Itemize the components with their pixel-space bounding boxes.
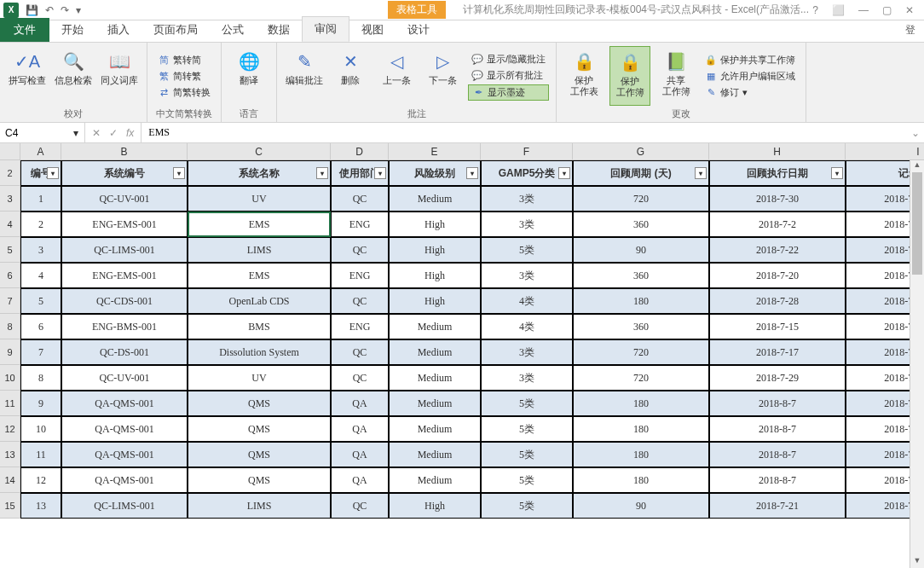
cell[interactable]: 5类	[481, 467, 573, 493]
cell[interactable]: QC	[331, 365, 389, 391]
cell[interactable]: QC	[331, 339, 389, 365]
thesaurus-button[interactable]: 📖同义词库	[99, 46, 140, 106]
filter-dropdown-icon[interactable]: ▾	[558, 167, 570, 179]
context-tab-table-tools[interactable]: 表格工具	[388, 1, 446, 19]
cell[interactable]: 360	[573, 212, 709, 237]
filter-dropdown-icon[interactable]: ▾	[466, 167, 478, 179]
research-button[interactable]: 🔍信息检索	[53, 46, 94, 106]
cell[interactable]: 720	[573, 339, 709, 365]
cell[interactable]: QC	[331, 186, 389, 212]
tab-insert[interactable]: 插入	[95, 18, 141, 42]
qat-dropdown-icon[interactable]: ▾	[76, 4, 81, 16]
cell[interactable]: 8	[20, 365, 61, 391]
protect-sheet-button[interactable]: 🔒保护 工作表	[563, 46, 604, 106]
cell[interactable]: 2018-7-21	[709, 493, 846, 519]
cell[interactable]: Medium	[389, 467, 481, 493]
cell[interactable]: Medium	[389, 442, 481, 467]
row-header[interactable]: 14	[0, 467, 20, 493]
track-changes-button[interactable]: ✎修订 ▾	[702, 85, 799, 100]
cell[interactable]: ENG-BMS-001	[61, 314, 188, 339]
table-header-cell[interactable]: 系统名称▾	[188, 160, 331, 186]
cell[interactable]: 3类	[481, 263, 573, 288]
cell[interactable]: 1	[20, 186, 61, 212]
cell[interactable]: LIMS	[188, 237, 331, 263]
cell[interactable]: ENG	[331, 314, 389, 339]
row-header[interactable]: 9	[0, 339, 20, 365]
cell[interactable]: QC	[331, 237, 389, 263]
row-header[interactable]: 7	[0, 288, 20, 314]
column-header[interactable]: C	[188, 143, 331, 160]
cell[interactable]: 2018-8-7	[709, 442, 846, 467]
cell[interactable]: 5类	[481, 416, 573, 442]
filter-dropdown-icon[interactable]: ▾	[695, 167, 707, 179]
cell[interactable]: LIMS	[188, 493, 331, 519]
share-workbook-button[interactable]: 📗共享 工作簿	[655, 46, 696, 106]
cell[interactable]: Medium	[389, 186, 481, 212]
showhide-comment-button[interactable]: 💬显示/隐藏批注	[468, 52, 549, 67]
cell[interactable]: QC-LIMS-001	[61, 493, 188, 519]
cell[interactable]: 3类	[481, 365, 573, 391]
scroll-thumb[interactable]	[912, 172, 922, 275]
cell[interactable]: QA	[331, 416, 389, 442]
tab-view[interactable]: 视图	[349, 18, 396, 42]
column-header[interactable]: I	[846, 143, 924, 160]
cell[interactable]: 2018-7-22	[709, 237, 846, 263]
spreadsheet-grid[interactable]: ABCDEFGHI2编号▾系统编号▾系统名称▾使用部门▾风险级别▾GAMP5分类…	[0, 143, 924, 568]
row-header[interactable]: 15	[0, 493, 20, 519]
cell[interactable]: BMS	[188, 314, 331, 339]
filter-dropdown-icon[interactable]: ▾	[831, 167, 843, 179]
table-header-cell[interactable]: 风险级别▾	[389, 160, 481, 186]
cell[interactable]: 360	[573, 263, 709, 288]
cell[interactable]: QMS	[188, 467, 331, 493]
show-ink-button[interactable]: ✒显示墨迹	[468, 84, 549, 101]
cell[interactable]: 2018-7-15	[709, 314, 846, 339]
tab-layout[interactable]: 页面布局	[141, 18, 210, 42]
cell[interactable]: QC-CDS-001	[61, 288, 188, 314]
cell[interactable]: QC	[331, 493, 389, 519]
cell[interactable]: Dissolution System	[188, 339, 331, 365]
help-icon[interactable]: ?	[812, 4, 818, 16]
cell[interactable]: 2018-7-17	[709, 339, 846, 365]
table-header-cell[interactable]: 回顾周期 (天)▾	[573, 160, 709, 186]
cell[interactable]: 90	[573, 493, 709, 519]
column-header[interactable]: A	[20, 143, 61, 160]
convert-button[interactable]: ⇄简繁转换	[154, 85, 214, 100]
protect-share-button[interactable]: 🔒保护并共享工作簿	[702, 53, 799, 67]
cell[interactable]: Medium	[389, 365, 481, 391]
cell[interactable]: 2018-7-2	[709, 212, 846, 237]
cell[interactable]: 2018-7-20	[709, 263, 846, 288]
cell[interactable]: Medium	[389, 314, 481, 339]
scroll-down-icon[interactable]: ▼	[910, 556, 924, 568]
cell[interactable]: 2018-8-7	[709, 391, 846, 416]
name-box-input[interactable]	[5, 127, 73, 139]
tc2sc-button[interactable]: 繁简转繁	[154, 69, 214, 84]
cell[interactable]: ENG-EMS-001	[61, 212, 188, 237]
cell[interactable]: EMS	[188, 212, 331, 237]
cell[interactable]: 2018-8-7	[709, 416, 846, 442]
spellcheck-button[interactable]: ✓A拼写检查	[7, 46, 48, 106]
table-header-cell[interactable]: 回顾执行日期▾	[709, 160, 846, 186]
column-header[interactable]: G	[573, 143, 709, 160]
row-header[interactable]: 12	[0, 416, 20, 442]
tab-formulas[interactable]: 公式	[210, 18, 256, 42]
column-header[interactable]: E	[389, 143, 481, 160]
cell[interactable]: 180	[573, 442, 709, 467]
cell[interactable]: 3类	[481, 186, 573, 212]
allow-edit-button[interactable]: ▦允许用户编辑区域	[702, 69, 799, 84]
column-header[interactable]: D	[331, 143, 389, 160]
cell[interactable]: 6	[20, 314, 61, 339]
select-all-corner[interactable]	[0, 143, 20, 160]
cell[interactable]: 180	[573, 467, 709, 493]
cell[interactable]: QC-UV-001	[61, 365, 188, 391]
cell[interactable]: UV	[188, 365, 331, 391]
cell[interactable]: QA-QMS-001	[61, 467, 188, 493]
minimize-icon[interactable]: —	[858, 4, 869, 16]
tab-file[interactable]: 文件	[0, 18, 49, 42]
cell[interactable]: QA-QMS-001	[61, 416, 188, 442]
cell[interactable]: 5类	[481, 493, 573, 519]
cell[interactable]: 180	[573, 416, 709, 442]
cell[interactable]: QMS	[188, 416, 331, 442]
cell[interactable]: 10	[20, 416, 61, 442]
column-header[interactable]: B	[61, 143, 188, 160]
row-header[interactable]: 11	[0, 391, 20, 416]
